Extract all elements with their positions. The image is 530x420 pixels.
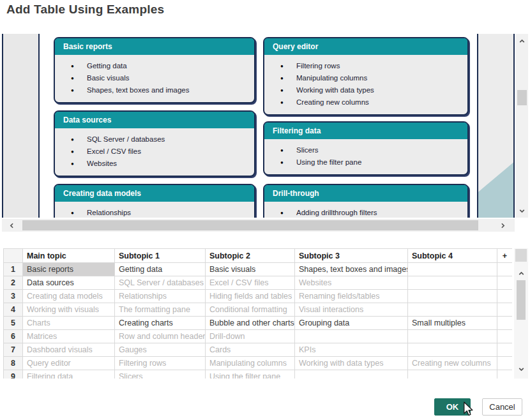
table-cell[interactable] bbox=[497, 263, 513, 276]
col-header-subtopic-4[interactable]: Subtopic 4 bbox=[408, 249, 497, 263]
table-cell[interactable]: Conditional formatting bbox=[206, 303, 295, 317]
row-number: 8 bbox=[4, 357, 23, 370]
ok-button[interactable]: OK bbox=[434, 398, 471, 416]
table-cell[interactable]: Creating data models bbox=[23, 290, 115, 303]
row-number: 4 bbox=[4, 303, 23, 317]
table-cell[interactable]: Websites bbox=[295, 276, 408, 290]
table-scroll-down-button[interactable] bbox=[515, 363, 527, 375]
chevron-left-icon bbox=[8, 221, 16, 230]
col-header-main-topic[interactable]: Main topic bbox=[23, 249, 115, 263]
table-cell[interactable]: Slicers bbox=[115, 370, 206, 379]
table-cell[interactable]: Cards bbox=[206, 343, 295, 357]
card-bullet-item: Using the filter pane bbox=[264, 156, 464, 169]
table-cell[interactable]: Excel / CSV files bbox=[206, 276, 295, 290]
table-cell[interactable]: Getting data bbox=[115, 263, 206, 276]
table-cell[interactable]: Matrices bbox=[23, 330, 115, 343]
table-cell[interactable]: Manipulating columns bbox=[206, 357, 295, 370]
row-number: 9 bbox=[4, 370, 23, 379]
table-cell[interactable] bbox=[295, 370, 408, 379]
table-cell[interactable]: Small multiples bbox=[408, 317, 497, 330]
table-cell[interactable] bbox=[497, 357, 513, 370]
table-cell[interactable] bbox=[408, 303, 497, 317]
add-column-button[interactable]: + bbox=[497, 249, 513, 263]
table-cell[interactable]: Drill-down bbox=[206, 330, 295, 343]
table-cell[interactable]: Shapes, text boxes and images bbox=[295, 263, 408, 276]
scrollbar-corner bbox=[515, 249, 527, 262]
table-cell[interactable]: Dashboard visuals bbox=[23, 343, 115, 357]
table-cell[interactable] bbox=[408, 330, 497, 343]
table-cell[interactable]: Working with data types bbox=[295, 357, 408, 370]
table-vertical-scrollbar[interactable] bbox=[514, 248, 528, 379]
card-bullet-item: Manipulating columns bbox=[264, 72, 464, 84]
cancel-button[interactable]: Cancel bbox=[482, 398, 522, 416]
col-header-subtopic-1[interactable]: Subtopic 1 bbox=[115, 249, 206, 263]
table-cell[interactable]: Charts bbox=[23, 317, 115, 330]
table-cell[interactable] bbox=[408, 343, 497, 357]
table-cell[interactable] bbox=[497, 290, 513, 303]
preview-vertical-scrollbar[interactable] bbox=[516, 34, 528, 218]
table-cell[interactable]: Filtering rows bbox=[115, 357, 206, 370]
table-cell[interactable] bbox=[295, 330, 408, 343]
table-cell[interactable]: Gauges bbox=[115, 343, 206, 357]
table-cell[interactable]: Working with visuals bbox=[23, 303, 115, 317]
card-bullet-item: Working with data types bbox=[264, 84, 464, 96]
col-header-subtopic-2[interactable]: Subtopic 2 bbox=[206, 249, 295, 263]
table-cell[interactable]: Bubble and other charts bbox=[206, 317, 295, 330]
table-cell[interactable]: Basic visuals bbox=[206, 263, 295, 276]
preview-horizontal-scrollbar[interactable] bbox=[2, 219, 515, 232]
example-card-drill-through: Drill-through Adding drillthrough filter… bbox=[263, 184, 469, 218]
chevron-up-icon bbox=[518, 37, 526, 45]
table-cell[interactable] bbox=[497, 303, 513, 317]
scroll-up-button[interactable] bbox=[516, 35, 527, 47]
table-cell[interactable] bbox=[497, 330, 513, 343]
table-cell[interactable]: Filtering data bbox=[23, 370, 115, 379]
table-cell[interactable]: Creating new columns bbox=[408, 357, 497, 370]
table-cell[interactable]: Data sources bbox=[23, 276, 115, 290]
examples-table-clip: Main topic Subtopic 1 Subtopic 2 Subtopi… bbox=[3, 248, 512, 379]
examples-preview-pane: Basic reports Getting data Basic visuals… bbox=[2, 34, 528, 232]
table-cell[interactable] bbox=[497, 370, 513, 379]
table-cell[interactable]: Hiding fields and tables bbox=[206, 290, 295, 303]
table-cell[interactable] bbox=[408, 290, 497, 303]
teal-wedge-decoration bbox=[478, 34, 513, 218]
table-cell[interactable]: Creating charts bbox=[115, 317, 206, 330]
table-cell[interactable]: Relationships bbox=[115, 290, 206, 303]
col-header-subtopic-3[interactable]: Subtopic 3 bbox=[295, 249, 408, 263]
card-bullet-item: Creating new columns bbox=[264, 96, 464, 109]
card-title: Data sources bbox=[55, 112, 254, 128]
row-number: 2 bbox=[4, 276, 23, 290]
scroll-down-button[interactable] bbox=[516, 205, 527, 216]
table-cell[interactable] bbox=[408, 370, 497, 379]
table-cell[interactable]: Grouping data bbox=[295, 317, 408, 330]
table-cell[interactable] bbox=[497, 343, 513, 357]
scroll-right-button[interactable] bbox=[497, 220, 508, 231]
examples-table-section: Main topic Subtopic 1 Subtopic 2 Subtopi… bbox=[3, 248, 528, 379]
table-cell[interactable] bbox=[497, 276, 513, 290]
table-scroll-up-button[interactable] bbox=[515, 267, 527, 279]
example-card-query-editor: Query editor Filtering rows Manipulating… bbox=[263, 37, 469, 116]
card-bullet-item: Filtering rows bbox=[264, 60, 464, 72]
table-v-scrollbar-thumb[interactable] bbox=[517, 280, 526, 320]
table-cell[interactable]: KPIs bbox=[295, 343, 408, 357]
table-cell[interactable]: Using the filter pane bbox=[206, 370, 295, 379]
table-cell[interactable] bbox=[497, 317, 513, 330]
table-cell[interactable]: Query editor bbox=[23, 357, 115, 370]
table-cell[interactable]: Visual interactions bbox=[295, 303, 408, 317]
row-number: 6 bbox=[4, 330, 23, 343]
scroll-left-button[interactable] bbox=[6, 220, 17, 231]
table-header-row: Main topic Subtopic 1 Subtopic 2 Subtopi… bbox=[4, 249, 513, 263]
row-number: 7 bbox=[4, 343, 23, 357]
table-cell[interactable]: SQL Server / databases bbox=[115, 276, 206, 290]
h-scrollbar-thumb[interactable] bbox=[22, 220, 478, 230]
table-cell[interactable] bbox=[408, 263, 497, 276]
table-cell[interactable]: Renaming fields/tables bbox=[295, 290, 408, 303]
card-bullet-item: Basic visuals bbox=[55, 72, 250, 84]
v-scrollbar-thumb[interactable] bbox=[517, 90, 527, 105]
card-bullet-item: Shapes, text boxes and images bbox=[55, 84, 250, 96]
table-cell[interactable]: The formatting pane bbox=[115, 303, 206, 317]
table-cell[interactable] bbox=[408, 276, 497, 290]
table-cell[interactable]: Basic reports bbox=[23, 263, 115, 276]
table-cell[interactable]: Row and column headers bbox=[115, 330, 206, 343]
card-bullet-item: SQL Server / databases bbox=[55, 133, 250, 146]
table-row: 8 Query editor Filtering rows Manipulati… bbox=[4, 357, 513, 370]
